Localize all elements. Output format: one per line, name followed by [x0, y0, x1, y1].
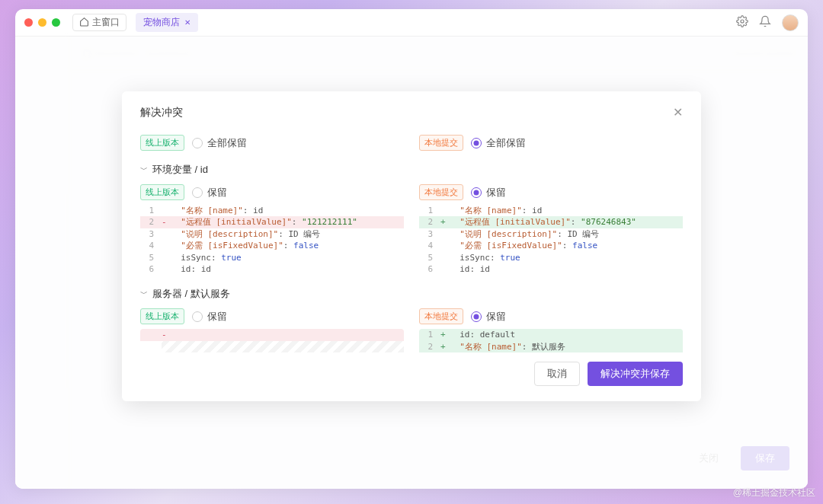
traffic-lights[interactable] [24, 18, 60, 27]
radio-icon [192, 138, 203, 148]
online-tag: 线上版本 [140, 135, 184, 151]
keep-all-local-radio[interactable]: 全部保留 [471, 136, 526, 150]
empty-placeholder [162, 341, 404, 352]
radio-icon [471, 187, 482, 198]
section-server: ﹀ 服务器 / 默认服务 线上版本 保留 [140, 287, 683, 352]
chevron-down-icon: ﹀ [140, 164, 148, 175]
online-code-server: - [140, 329, 404, 352]
modal-header: 解决冲突 ✕ [122, 91, 701, 127]
online-tag: 线上版本 [140, 184, 184, 200]
radio-label: 保留 [207, 310, 227, 324]
cancel-button[interactable]: 取消 [534, 362, 580, 386]
online-code-env: 1 "名称 [name]": id 2- "远程值 [initialValue]… [140, 205, 404, 275]
save-button[interactable]: 解决冲突并保存 [588, 362, 683, 386]
radio-icon [192, 187, 203, 198]
keep-local-server-radio[interactable]: 保留 [471, 310, 506, 324]
settings-icon[interactable] [736, 15, 748, 30]
app-window: 主窗口 宠物商店 ✕ ▢ ──────────── ──── ──── [15, 9, 808, 489]
radio-label: 保留 [486, 186, 506, 199]
home-icon [79, 17, 89, 29]
modal-title: 解决冲突 [140, 106, 183, 120]
local-tag: 本地提交 [419, 135, 463, 151]
close-icon[interactable]: ✕ [673, 105, 683, 120]
radio-icon [471, 311, 482, 322]
modal-footer: 取消 解决冲突并保存 [122, 352, 701, 401]
chevron-down-icon: ﹀ [140, 289, 148, 299]
keep-all-online-radio[interactable]: 全部保留 [192, 136, 247, 150]
radio-icon [471, 138, 482, 148]
section-title: 服务器 / 默认服务 [152, 287, 230, 301]
section-title: 环境变量 / id [152, 163, 208, 177]
local-tag: 本地提交 [419, 184, 463, 200]
svg-point-0 [741, 20, 744, 23]
conflict-modal: 解决冲突 ✕ 线上版本 全部保留 本地提交 全部保留 [122, 91, 701, 401]
tab-close-icon[interactable]: ✕ [184, 18, 191, 27]
home-button[interactable]: 主窗口 [72, 14, 126, 31]
keep-online-server-radio[interactable]: 保留 [192, 310, 227, 324]
section-toggle[interactable]: ﹀ 环境变量 / id [140, 163, 683, 177]
keep-online-env-radio[interactable]: 保留 [192, 186, 227, 199]
watermark: @稀土掘金技术社区 [733, 486, 815, 499]
local-tag: 本地提交 [419, 308, 463, 324]
radio-label: 全部保留 [207, 136, 247, 150]
avatar[interactable] [782, 14, 799, 31]
radio-label: 全部保留 [486, 136, 526, 150]
keep-local-env-radio[interactable]: 保留 [471, 186, 506, 199]
local-code-server: 1+ id: default 2+ "名称 [name]": 默认服务 3+ b… [419, 329, 683, 352]
section-env: ﹀ 环境变量 / id 线上版本 保留 1 [140, 163, 683, 275]
radio-icon [192, 311, 203, 322]
tab-pet-shop[interactable]: 宠物商店 ✕ [136, 13, 198, 32]
local-code-env: 1 "名称 [name]": id 2+ "远程值 [initialValue]… [419, 205, 683, 275]
section-toggle[interactable]: ﹀ 服务器 / 默认服务 [140, 287, 683, 301]
radio-label: 保留 [207, 186, 227, 199]
title-bar: 主窗口 宠物商店 ✕ [15, 9, 808, 37]
bell-icon[interactable] [759, 15, 771, 30]
radio-label: 保留 [486, 310, 506, 324]
online-tag: 线上版本 [140, 308, 184, 324]
tab-label: 宠物商店 [143, 16, 180, 29]
home-label: 主窗口 [92, 16, 120, 29]
